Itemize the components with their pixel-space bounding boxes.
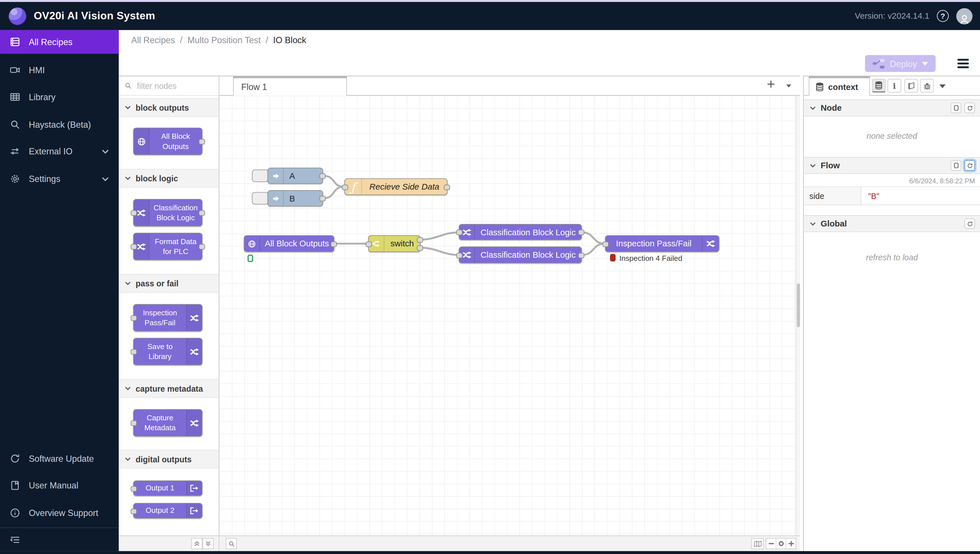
sidebar-item-all-recipes[interactable]: All Recipes	[0, 30, 119, 54]
palette-node-capture-metadata[interactable]: Capture Metadata	[133, 409, 202, 436]
input-port[interactable]	[131, 244, 137, 250]
sidebar-item-library[interactable]: Library	[0, 85, 119, 109]
palette-node-classification-block-logic[interactable]: Classification Block Logic	[133, 199, 202, 227]
input-port[interactable]	[131, 509, 137, 514]
info-tab-button[interactable]: i	[888, 79, 901, 93]
sidebar-item-overview-support[interactable]: Overview Support	[0, 501, 119, 525]
palette-node-inspection-pass-fail[interactable]: Inspection Pass/Fail	[133, 304, 202, 332]
link-stub[interactable]	[252, 192, 269, 204]
flow-list-caret-icon[interactable]	[786, 85, 791, 88]
canvas-search-button[interactable]	[226, 538, 237, 549]
category-digital-outputs[interactable]: digital outputs	[119, 450, 219, 469]
add-flow-button[interactable]	[767, 80, 775, 88]
context-row-side[interactable]: side "B"	[803, 187, 980, 205]
sidebar-item-label: External IO	[29, 147, 72, 156]
category-capture-metadata[interactable]: capture metadata	[119, 379, 219, 398]
output-port-1[interactable]	[417, 237, 423, 243]
input-port[interactable]	[131, 210, 137, 216]
canvas-node-link-b[interactable]: B	[267, 190, 323, 206]
section-global[interactable]: Global	[803, 215, 980, 232]
palette-node-format-data-for-plc[interactable]: Format Data for PLC	[133, 233, 202, 260]
sidebar-item-software-update[interactable]: Software Update	[0, 447, 119, 471]
input-port[interactable]	[456, 230, 463, 235]
chevron-down-icon	[125, 281, 131, 285]
palette-scroll-up-button[interactable]	[191, 538, 202, 549]
node-refresh-button[interactable]	[964, 102, 975, 113]
link-stub[interactable]	[252, 169, 269, 182]
input-port[interactable]	[131, 420, 137, 426]
output-port[interactable]	[319, 173, 326, 179]
canvas-node-classification-bottom[interactable]: Classification Block Logic	[459, 246, 582, 263]
output-port-2[interactable]	[417, 245, 423, 251]
input-port[interactable]	[131, 486, 137, 492]
flow-grid[interactable]: A B ƒ Recieve Side Data	[220, 96, 796, 536]
sidebar-collapse-button[interactable]	[0, 530, 119, 550]
panel-caret-icon[interactable]	[939, 85, 946, 88]
sidebar-item-haystack[interactable]: Haystack (Beta)	[0, 113, 119, 137]
input-port[interactable]	[456, 252, 463, 258]
zoom-reset-button[interactable]	[776, 539, 786, 549]
output-port[interactable]	[199, 210, 205, 216]
collapse-sidebar-icon	[10, 534, 21, 546]
zoom-out-button[interactable]	[766, 539, 776, 549]
section-node[interactable]: Node	[803, 99, 980, 117]
output-port[interactable]	[444, 185, 450, 190]
sidebar-item-settings[interactable]: Settings	[0, 167, 119, 191]
scrollbar-thumb[interactable]	[797, 283, 800, 327]
category-pass-or-fail[interactable]: pass or fail	[119, 274, 219, 292]
sidebar-item-hmi[interactable]: HMI	[0, 58, 119, 82]
canvas-node-all-block-outputs[interactable]: All Block Outputs	[244, 235, 335, 252]
window-bottom-edge	[0, 551, 980, 554]
flow-select-button[interactable]	[950, 160, 961, 171]
input-port[interactable]	[366, 241, 372, 247]
output-port[interactable]	[199, 244, 205, 250]
palette-node-save-to-library[interactable]: Save to Library	[133, 338, 202, 365]
breadcrumb-all-recipes[interactable]: All Recipes	[131, 35, 175, 45]
category-block-outputs[interactable]: block outputs	[119, 98, 219, 117]
palette-node-all-block-outputs[interactable]: All Block Outputs	[133, 128, 202, 155]
output-port[interactable]	[199, 139, 205, 144]
deploy-button[interactable]: Deploy	[865, 55, 935, 72]
breadcrumb: All Recipes / Multo Position Test / IO B…	[131, 35, 306, 45]
input-port[interactable]	[131, 349, 137, 355]
canvas-node-inspection-pass-fail[interactable]: Inspection Pass/Fail	[605, 235, 719, 252]
canvas-node-receive-side-data[interactable]: ƒ Recieve Side Data	[344, 178, 447, 195]
navigator-map-button[interactable]	[751, 538, 764, 549]
output-port[interactable]	[331, 241, 337, 247]
input-port[interactable]	[131, 315, 137, 321]
input-port[interactable]	[603, 241, 609, 247]
node-select-button[interactable]	[950, 102, 961, 113]
canvas-node-classification-top[interactable]: Classification Block Logic	[459, 224, 582, 240]
help-docs-button[interactable]	[904, 79, 918, 93]
user-avatar[interactable]	[956, 8, 972, 24]
help-icon[interactable]: ?	[937, 10, 949, 22]
category-block-logic[interactable]: block logic	[119, 169, 219, 188]
filter-nodes-input[interactable]	[135, 80, 207, 91]
palette-node-output-1[interactable]: Output 1	[133, 481, 202, 496]
sidebar-item-user-manual[interactable]: User Manual	[0, 474, 119, 498]
zoom-in-button[interactable]	[786, 539, 796, 549]
output-port[interactable]	[578, 252, 584, 258]
sidebar-item-external-io[interactable]: External IO	[0, 140, 119, 163]
tab-flow-1[interactable]: Flow 1	[233, 77, 347, 96]
canvas-scrollbar[interactable]	[796, 96, 800, 536]
debug-button[interactable]	[920, 79, 934, 93]
deploy-caret-icon[interactable]	[922, 62, 928, 65]
context-data-button[interactable]	[872, 79, 886, 93]
flow-refresh-button[interactable]	[964, 160, 975, 171]
input-port[interactable]	[342, 185, 348, 190]
palette-scroll-down-button[interactable]	[202, 538, 214, 549]
canvas-node-switch[interactable]: switch	[368, 235, 420, 252]
sidebar-item-label: All Recipes	[29, 37, 72, 47]
output-port[interactable]	[319, 196, 326, 201]
breadcrumb-multo-position-test[interactable]: Multo Position Test	[188, 35, 261, 45]
palette-node-output-2[interactable]: Output 2	[133, 503, 202, 519]
section-flow[interactable]: Flow	[803, 157, 980, 174]
canvas-node-link-a[interactable]: A	[267, 168, 323, 184]
menu-icon[interactable]	[958, 59, 969, 68]
output-port[interactable]	[578, 230, 584, 235]
tab-context[interactable]: context	[809, 77, 870, 96]
global-refresh-button[interactable]	[964, 218, 975, 229]
link-in-icon	[268, 191, 284, 206]
deploy-label: Deploy	[890, 59, 917, 69]
